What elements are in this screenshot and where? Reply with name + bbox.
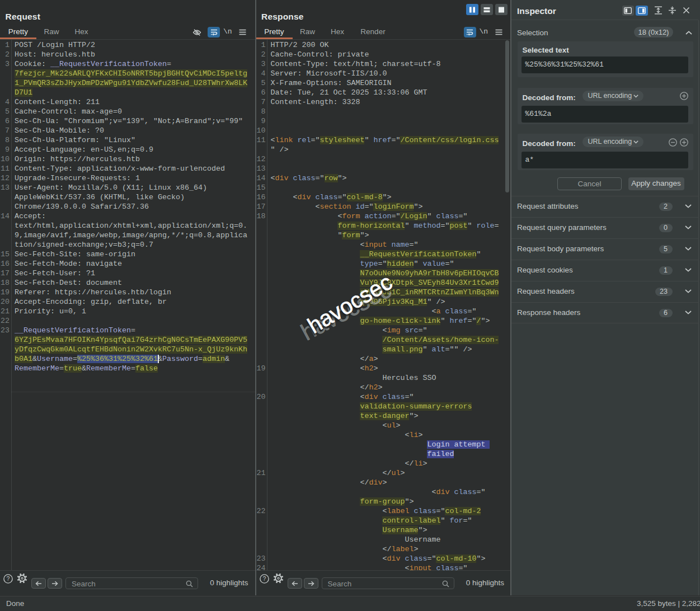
svg-text:?: ? <box>262 575 266 582</box>
svg-text:?: ? <box>7 575 10 582</box>
